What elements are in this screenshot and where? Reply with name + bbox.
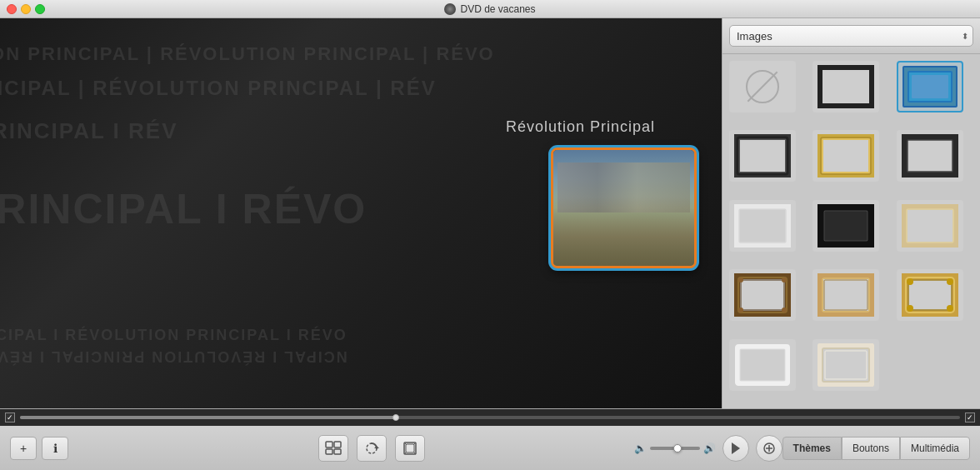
play-icon bbox=[731, 442, 741, 454]
svg-rect-41 bbox=[334, 442, 341, 448]
bg-watermark-1: ION PRINCIPAL | RÉVOLUTION PRINCIPAL | R… bbox=[0, 43, 495, 65]
frame-dark-wood[interactable] bbox=[729, 269, 796, 321]
frame-light-wood-svg bbox=[818, 273, 874, 317]
window-controls bbox=[7, 4, 45, 14]
frame-blue-selected[interactable] bbox=[897, 61, 963, 112]
structure-icon bbox=[325, 441, 342, 456]
frame-white-thin[interactable] bbox=[729, 339, 796, 391]
frame-cream[interactable] bbox=[897, 200, 963, 252]
right-panel: Images Formes Textures ⬍ bbox=[722, 18, 980, 408]
svg-rect-25 bbox=[819, 275, 872, 315]
volume-min-icon: 🔈 bbox=[634, 442, 647, 454]
frame-white-thin-svg bbox=[734, 343, 791, 387]
svg-rect-17 bbox=[907, 209, 953, 242]
chapter-thumbnail[interactable]: Semaine 2 bbox=[551, 148, 697, 268]
svg-rect-16 bbox=[903, 206, 957, 246]
progress-check-left[interactable] bbox=[5, 412, 15, 422]
frame-ornate-gold[interactable] bbox=[897, 269, 963, 321]
play-button[interactable] bbox=[722, 435, 749, 462]
frame-black-medium-svg bbox=[818, 204, 874, 248]
svg-rect-4 bbox=[736, 136, 789, 176]
svg-rect-8 bbox=[822, 139, 869, 172]
svg-rect-46 bbox=[406, 444, 414, 452]
dvd-icon bbox=[444, 3, 456, 15]
chapter-thumb-inner bbox=[553, 150, 694, 266]
svg-rect-6 bbox=[738, 138, 788, 174]
frame-black-medium[interactable] bbox=[812, 200, 879, 252]
progress-row bbox=[0, 409, 980, 426]
svg-rect-13 bbox=[739, 209, 786, 242]
minimize-button[interactable] bbox=[21, 4, 31, 14]
rotate-icon bbox=[364, 441, 379, 456]
close-button[interactable] bbox=[7, 4, 17, 14]
svg-point-23 bbox=[738, 308, 743, 312]
svg-rect-18 bbox=[736, 275, 789, 315]
frame-light-wood[interactable] bbox=[812, 269, 879, 321]
video-background: ION PRINCIPAL | RÉVOLUTION PRINCIPAL | R… bbox=[0, 18, 722, 408]
add-button[interactable]: + bbox=[10, 437, 37, 460]
svg-point-22 bbox=[782, 278, 787, 282]
frame-gold-svg bbox=[818, 134, 874, 178]
frame-white[interactable] bbox=[729, 200, 796, 252]
rotate-button[interactable] bbox=[357, 435, 387, 462]
volume-thumb bbox=[673, 444, 682, 452]
maximize-button[interactable] bbox=[35, 4, 45, 14]
frame-blue-svg bbox=[902, 65, 958, 108]
frame-black-thin-svg bbox=[818, 65, 874, 108]
volume-track[interactable] bbox=[650, 447, 700, 450]
title-bar: DVD de vacanes bbox=[0, 0, 980, 18]
no-frame-icon bbox=[746, 70, 779, 103]
svg-rect-37 bbox=[820, 346, 872, 384]
svg-rect-19 bbox=[738, 278, 787, 312]
tab-boutons[interactable]: Boutons bbox=[842, 437, 900, 460]
frame-none[interactable] bbox=[729, 61, 796, 112]
frame-light-ornate-svg bbox=[818, 343, 874, 387]
svg-point-31 bbox=[907, 278, 913, 285]
bg-watermark-5: NCIPAL I RÉVOLUTION PRINCIPAL I RÉVO bbox=[0, 327, 348, 344]
frame-white-svg bbox=[734, 204, 791, 248]
fit-button[interactable] bbox=[395, 435, 425, 462]
video-area: ION PRINCIPAL | RÉVOLUTION PRINCIPAL | R… bbox=[0, 18, 722, 408]
tab-themes[interactable]: Thèmes bbox=[782, 437, 842, 460]
svg-point-24 bbox=[782, 308, 787, 312]
svg-rect-40 bbox=[326, 442, 332, 448]
frame-gold[interactable] bbox=[812, 130, 879, 182]
svg-rect-5 bbox=[739, 139, 786, 172]
svg-rect-38 bbox=[822, 348, 869, 382]
window-title: DVD de vacanes bbox=[444, 3, 535, 15]
frame-dark-ornate-svg bbox=[734, 134, 791, 178]
fullscreen-button[interactable] bbox=[756, 435, 782, 462]
frame-dark-slim[interactable] bbox=[897, 130, 963, 182]
svg-rect-12 bbox=[736, 206, 789, 246]
frame-dark-ornate[interactable] bbox=[729, 130, 796, 182]
progress-thumb bbox=[392, 414, 399, 421]
left-controls: + ℹ bbox=[10, 437, 110, 460]
svg-point-21 bbox=[738, 278, 743, 282]
progress-track[interactable] bbox=[20, 416, 960, 419]
fullscreen-icon bbox=[763, 442, 775, 454]
dropdown-wrapper: Images Formes Textures ⬍ bbox=[729, 25, 973, 47]
volume-max-icon: 🔊 bbox=[703, 442, 716, 454]
structure-button[interactable] bbox=[318, 435, 348, 462]
frame-black-thin[interactable] bbox=[812, 61, 879, 112]
frame-dark-slim-svg bbox=[902, 134, 958, 178]
svg-rect-20 bbox=[741, 280, 784, 310]
svg-rect-30 bbox=[908, 280, 952, 310]
svg-point-32 bbox=[947, 278, 953, 285]
svg-rect-27 bbox=[824, 280, 868, 310]
frame-light-ornate[interactable] bbox=[812, 339, 879, 391]
tab-multimedia[interactable]: Multimédia bbox=[900, 437, 970, 460]
frame-cream-svg bbox=[902, 204, 958, 248]
bg-watermark-2: PRINCIPAL | RÉVOLUTION PRINCIPAL | RÉV bbox=[0, 77, 437, 100]
images-dropdown[interactable]: Images Formes Textures bbox=[729, 25, 973, 47]
progress-fill bbox=[20, 416, 396, 419]
svg-point-33 bbox=[907, 305, 913, 312]
center-controls bbox=[110, 435, 634, 462]
svg-rect-26 bbox=[822, 278, 869, 312]
progress-check-right[interactable] bbox=[965, 412, 975, 422]
info-button[interactable]: ℹ bbox=[42, 437, 68, 460]
svg-rect-9 bbox=[821, 138, 871, 174]
thumb-overlay bbox=[553, 197, 694, 266]
volume-control: 🔈 🔊 bbox=[634, 442, 716, 454]
svg-rect-10 bbox=[903, 136, 957, 176]
